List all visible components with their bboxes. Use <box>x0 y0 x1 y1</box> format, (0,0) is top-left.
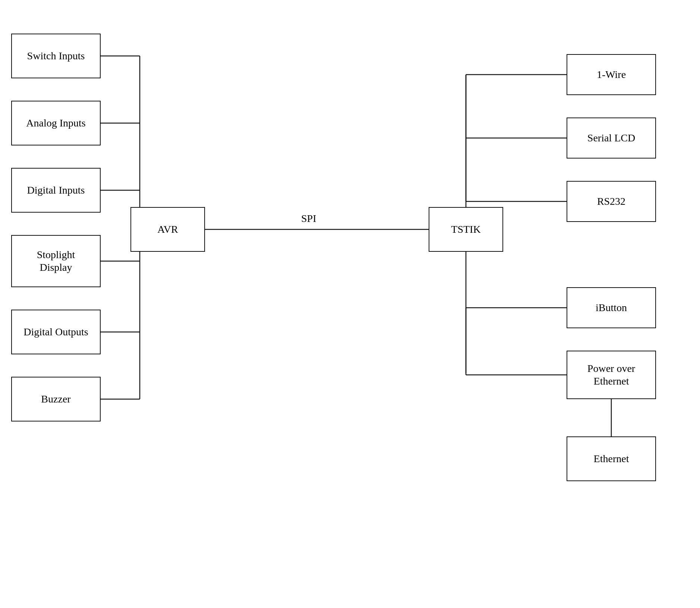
digital-outputs-block: Digital Outputs <box>11 310 101 354</box>
one-wire-block: 1-Wire <box>567 54 656 95</box>
switch-inputs-block: Switch Inputs <box>11 34 101 78</box>
serial-lcd-block: Serial LCD <box>567 117 656 159</box>
ethernet-block: Ethernet <box>567 436 656 481</box>
digital-inputs-block: Digital Inputs <box>11 168 101 213</box>
avr-block: AVR <box>130 207 205 252</box>
buzzer-block: Buzzer <box>11 377 101 421</box>
rs232-block: RS232 <box>567 181 656 222</box>
poe-block: Power over Ethernet <box>567 351 656 399</box>
analog-inputs-block: Analog Inputs <box>11 101 101 145</box>
tstik-block: TSTIK <box>429 207 503 252</box>
stoplight-display-block: Stoplight Display <box>11 235 101 287</box>
ibutton-block: iButton <box>567 287 656 328</box>
spi-label: SPI <box>298 213 319 225</box>
